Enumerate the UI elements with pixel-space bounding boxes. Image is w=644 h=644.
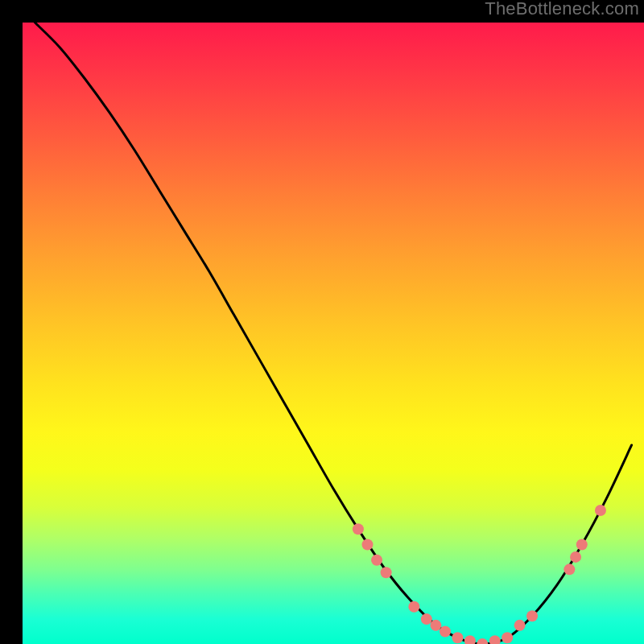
data-point [526, 610, 538, 621]
data-point [361, 539, 373, 550]
data-point [440, 626, 451, 638]
data-point [576, 539, 588, 550]
data-markers [353, 505, 606, 644]
data-point [381, 567, 392, 578]
data-point [477, 638, 488, 644]
data-point [421, 613, 432, 625]
data-point [464, 635, 476, 644]
data-point [408, 601, 419, 613]
plot-area [23, 23, 644, 644]
data-point [595, 505, 606, 516]
watermark-text: TheBottleneck.com [485, 0, 639, 19]
data-point [564, 564, 575, 575]
data-point [452, 632, 463, 643]
data-point [489, 635, 501, 644]
chart-svg [23, 23, 644, 644]
data-point [371, 555, 382, 566]
chart-frame [11, 11, 633, 633]
data-point [514, 620, 526, 631]
data-point [353, 523, 364, 535]
data-point [430, 620, 441, 631]
data-point [502, 632, 513, 643]
data-point [570, 551, 581, 563]
bottleneck-curve [35, 23, 631, 644]
